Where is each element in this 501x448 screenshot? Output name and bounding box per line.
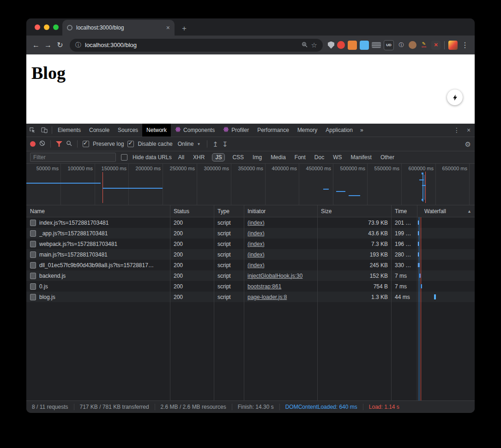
keyboard-extension-icon[interactable] — [372, 42, 381, 48]
zoom-window-button[interactable] — [53, 24, 59, 30]
devtools-tab-network[interactable]: Network — [142, 124, 171, 137]
overview-activity-bar — [424, 175, 425, 200]
brown-extension-icon[interactable] — [409, 41, 416, 49]
column-header-size[interactable]: Size — [317, 208, 391, 215]
search-icon[interactable] — [66, 140, 72, 148]
blue-extension-icon[interactable] — [360, 41, 369, 50]
inspect-element-icon[interactable] — [26, 124, 38, 137]
column-header-waterfall[interactable]: Waterfall ▲ — [417, 205, 475, 217]
table-row[interactable]: blog.js 200 script page-loader.js:8 1.3 … — [26, 292, 475, 302]
timeline-tick-label: 600000 ms — [401, 166, 434, 171]
devtools-close-icon[interactable]: × — [463, 126, 475, 134]
browser-menu-icon[interactable]: ⋮ — [459, 39, 471, 51]
filter-type-doc[interactable]: Doc — [313, 153, 326, 161]
column-header-name[interactable]: Name — [26, 208, 170, 215]
url-text[interactable]: localhost:3000/blog — [85, 42, 298, 48]
filter-input[interactable] — [30, 153, 116, 162]
column-header-initiator[interactable]: Initiator — [244, 208, 317, 215]
table-row[interactable]: main.js?ts=1572881703481 200 script (ind… — [26, 249, 475, 260]
filter-type-img[interactable]: Img — [251, 153, 263, 161]
initiator-link[interactable]: page-loader.js:8 — [247, 294, 287, 300]
table-row[interactable]: 0.js 200 script bootstrap:861 754 B 7 ms — [26, 281, 475, 292]
devtools-tab-console[interactable]: Console — [85, 124, 114, 137]
devtools-tab-application[interactable]: Application — [321, 124, 357, 137]
gear-icon[interactable]: ⚙ — [465, 141, 471, 148]
devtools-tab-performance[interactable]: Performance — [253, 124, 293, 137]
orange-extension-icon[interactable] — [348, 41, 357, 50]
filter-funnel-icon[interactable] — [56, 141, 62, 147]
site-info-icon[interactable]: ⓘ — [75, 42, 81, 48]
request-type-cell: script — [214, 220, 244, 226]
table-row[interactable]: webpack.js?ts=1572881703481 200 script (… — [26, 239, 475, 249]
export-har-icon[interactable]: ↧ — [222, 141, 228, 148]
initiator-link[interactable]: bootstrap:861 — [247, 283, 281, 290]
devtools-tab-profiler[interactable]: Profiler — [219, 124, 253, 137]
devtools-panel: Elements Console Sources Network Compone… — [26, 124, 475, 413]
timeline-tick-label: 550000 ms — [367, 166, 399, 171]
zoom-icon[interactable] — [302, 41, 308, 49]
filter-type-ws[interactable]: WS — [332, 153, 343, 161]
ud-extension-icon[interactable]: UD — [384, 40, 394, 50]
browser-tab[interactable]: localhost:3000/blog × — [62, 20, 175, 36]
record-icon[interactable] — [30, 141, 36, 147]
overview-activity-dot — [422, 173, 423, 174]
back-icon[interactable]: ← — [30, 39, 42, 51]
timeline-tick-label: 250000 ms — [162, 166, 195, 171]
filter-type-manifest[interactable]: Manifest — [350, 153, 373, 161]
column-header-type[interactable]: Type — [214, 208, 244, 215]
request-name-cell: backend.js — [26, 273, 170, 279]
shield-extension-icon[interactable] — [328, 42, 334, 49]
initiator-link[interactable]: (index) — [247, 262, 265, 269]
initiator-link[interactable]: (index) — [247, 251, 265, 258]
devtools-menu-icon[interactable]: ⋮ — [451, 126, 463, 134]
minimize-window-button[interactable] — [44, 24, 49, 30]
hide-data-urls-checkbox[interactable] — [121, 154, 127, 161]
clear-icon[interactable] — [39, 140, 45, 148]
forward-icon[interactable]: → — [42, 39, 54, 51]
initiator-link[interactable]: (index) — [247, 241, 265, 247]
request-name-cell: dll_01ec57fc9b90d43b98a8.js?ts=15728817… — [26, 262, 170, 269]
import-har-icon[interactable]: ↥ — [212, 141, 218, 148]
table-row[interactable]: _app.js?ts=1572881703481 200 script (ind… — [26, 228, 475, 239]
initiator-link[interactable]: (index) — [247, 230, 265, 237]
initiator-link[interactable]: injectGlobalHook.js:30 — [247, 273, 302, 279]
more-tabs-icon[interactable]: » — [357, 127, 367, 133]
column-header-status[interactable]: Status — [170, 208, 214, 215]
device-toolbar-icon[interactable] — [38, 124, 50, 137]
filter-type-other[interactable]: Other — [379, 153, 396, 161]
info-extension-icon[interactable]: ⓘ — [397, 41, 406, 50]
devtools-tab-elements[interactable]: Elements — [54, 124, 85, 137]
css-pencil-extension-icon[interactable]: ✎css — [419, 41, 429, 50]
reload-icon[interactable]: ↻ — [54, 39, 66, 51]
lightning-indicator-button[interactable] — [447, 90, 463, 105]
table-row[interactable]: index.js?ts=1572881703481 200 script (in… — [26, 217, 475, 228]
devtools-tab-memory[interactable]: Memory — [293, 124, 321, 137]
url-bar[interactable]: ⓘ localhost:3000/blog ☆ — [70, 39, 323, 52]
bookmark-star-icon[interactable]: ☆ — [311, 42, 317, 48]
request-type-cell: script — [214, 294, 244, 300]
table-row[interactable]: backend.js 200 script injectGlobalHook.j… — [26, 270, 475, 281]
throttling-dropdown[interactable]: Online ▼ — [176, 141, 202, 147]
disable-cache-checkbox[interactable]: ✓ — [127, 141, 134, 147]
red-x-extension-icon[interactable]: ✕ — [431, 41, 441, 50]
filter-type-all[interactable]: All — [177, 153, 186, 161]
table-row[interactable]: dll_01ec57fc9b90d43b98a8.js?ts=15728817…… — [26, 260, 475, 270]
close-window-button[interactable] — [35, 24, 40, 30]
tab-close-icon[interactable]: × — [166, 24, 170, 31]
devtools-tab-components[interactable]: Components — [171, 124, 219, 137]
filter-type-css[interactable]: CSS — [231, 153, 245, 161]
preserve-log-checkbox[interactable]: ✓ — [83, 141, 89, 147]
colorful-extension-icon[interactable] — [448, 41, 458, 50]
red-shield-extension-icon[interactable] — [337, 41, 345, 49]
filter-type-font[interactable]: Font — [293, 153, 307, 161]
request-initiator-cell: (index) — [244, 230, 317, 237]
overview-activity-bar — [336, 191, 345, 192]
filter-type-js[interactable]: JS — [212, 153, 225, 161]
filter-type-media[interactable]: Media — [269, 153, 287, 161]
initiator-link[interactable]: (index) — [247, 220, 265, 226]
filter-type-xhr[interactable]: XHR — [192, 153, 206, 161]
column-header-time[interactable]: Time — [391, 208, 417, 215]
devtools-tab-sources[interactable]: Sources — [114, 124, 142, 137]
new-tab-button[interactable]: + — [182, 24, 187, 32]
network-overview-timeline[interactable]: 50000 ms 100000 ms 150000 ms 200000 ms 2… — [26, 164, 475, 205]
